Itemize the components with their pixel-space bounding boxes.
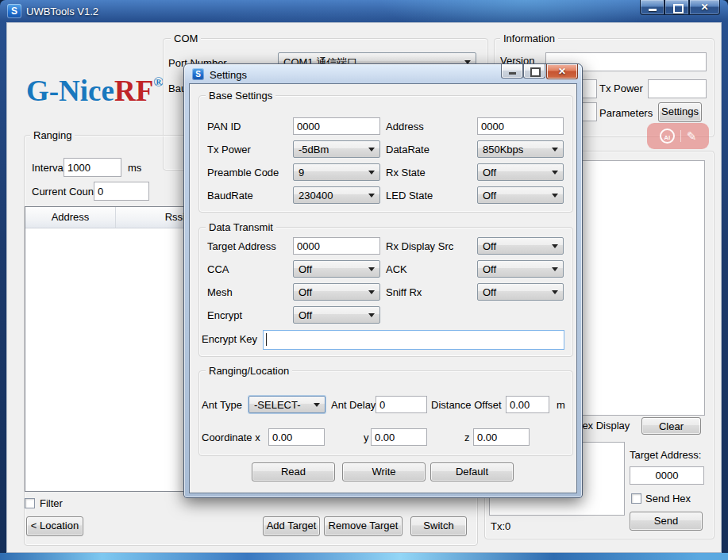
ant-type-select[interactable]: -SELECT-	[248, 396, 325, 413]
data-transmit-title: Data Transmit	[206, 221, 276, 233]
dialog-close-icon: ✕	[547, 64, 577, 79]
minimize-button[interactable]	[640, 0, 664, 15]
coordinate-y-field[interactable]	[371, 428, 427, 446]
read-button[interactable]: Read	[252, 462, 335, 481]
led-state-select[interactable]: Off	[477, 186, 564, 204]
rx-state-label: Rx State	[386, 167, 426, 178]
rx-state-value: Off	[483, 167, 496, 178]
dlg-target-address-field[interactable]	[293, 237, 380, 255]
preamble-code-label: Preamble Code	[207, 167, 279, 178]
maximize-button[interactable]	[664, 0, 689, 15]
cca-label: CCA	[207, 263, 229, 275]
encrypt-value: Off	[299, 309, 312, 321]
mesh-select[interactable]: Off	[293, 283, 380, 301]
location-button[interactable]: < Location	[26, 516, 83, 536]
write-button[interactable]: Write	[342, 462, 426, 481]
coordinate-z-label: z	[464, 432, 470, 443]
address-label: Address	[386, 121, 424, 132]
ranging-group-title: Ranging	[30, 129, 75, 141]
information-group-title: Information	[500, 33, 558, 44]
logo-blue-text: G-Nice	[26, 75, 114, 107]
dialog-minimize-icon	[509, 72, 516, 75]
window-title: UWBTools V1.2	[26, 6, 98, 17]
coordinate-y-label: y	[364, 432, 369, 443]
sniff-rx-select[interactable]: Off	[477, 283, 564, 301]
address-field[interactable]	[477, 117, 564, 135]
send-button[interactable]: Send	[630, 512, 703, 531]
ant-type-value: -SELECT-	[254, 399, 301, 411]
baudrate-select[interactable]: 230400	[293, 186, 380, 204]
text-caret	[266, 333, 267, 346]
dlg-target-address-label: Target Address	[207, 240, 276, 252]
ai-icon: AI	[660, 128, 675, 144]
rx-display-src-select[interactable]: Off	[477, 237, 564, 255]
target-address-label: Target Address:	[630, 449, 701, 461]
send-hex-checkbox[interactable]	[631, 493, 641, 504]
chevron-down-icon	[368, 148, 375, 152]
dlg-baudrate-label: BaudRate	[207, 190, 253, 201]
tx-counter-label: Tx:0	[491, 520, 510, 532]
chevron-down-icon	[552, 267, 558, 271]
interval-field[interactable]	[64, 158, 121, 177]
minimize-icon	[649, 9, 657, 11]
coordinate-z-field[interactable]	[473, 428, 530, 446]
dlg-tx-power-label: Tx Power	[207, 144, 251, 155]
distance-offset-label: Distance Offset	[431, 399, 502, 411]
mesh-value: Off	[299, 286, 312, 298]
main-window: S UWBTools V1.2 ✕ G-NiceRF® COM Port Num…	[0, 0, 728, 560]
dialog-minimize-button[interactable]	[501, 64, 523, 79]
current-count-label: Current Count	[32, 186, 97, 198]
ack-select[interactable]: Off	[477, 260, 564, 278]
window-bottom-border	[0, 553, 728, 560]
filter-label: Filter	[40, 497, 63, 509]
pencil-icon: ✎	[687, 129, 697, 144]
pan-id-field[interactable]	[293, 117, 380, 135]
chevron-down-icon	[368, 290, 375, 294]
default-button[interactable]: Default	[430, 462, 514, 481]
datarate-label: DataRate	[386, 144, 429, 155]
datarate-select[interactable]: 850Kbps	[477, 140, 564, 158]
switch-button[interactable]: Switch	[410, 516, 467, 536]
rx-state-select[interactable]: Off	[477, 163, 564, 181]
base-settings-title: Base Settings	[206, 90, 275, 102]
badge-divider	[680, 130, 681, 142]
encrypt-key-field[interactable]	[263, 330, 564, 350]
preamble-code-select[interactable]: 9	[293, 163, 380, 181]
dialog-close-button[interactable]: ✕	[546, 64, 578, 79]
chevron-down-icon	[368, 171, 375, 175]
app-icon: S	[7, 4, 21, 18]
target-address-field[interactable]	[630, 466, 704, 485]
add-target-button[interactable]: Add Target	[263, 516, 320, 536]
chevron-down-icon	[552, 171, 558, 175]
mesh-label: Mesh	[207, 286, 233, 298]
main-titlebar: S UWBTools V1.2 ✕	[0, 0, 728, 22]
ai-watermark-badge: AI ✎	[647, 123, 709, 149]
interval-unit-label: ms	[128, 162, 141, 174]
chevron-down-icon	[368, 267, 375, 271]
ack-label: ACK	[386, 263, 407, 275]
cca-select[interactable]: Off	[293, 260, 380, 278]
rx-display-src-label: Rx Display Src	[386, 240, 453, 252]
distance-offset-field[interactable]	[506, 396, 549, 413]
send-hex-label: Send Hex	[645, 493, 691, 504]
remove-target-button[interactable]: Remove Target	[324, 516, 403, 536]
table-header-address[interactable]: Address	[25, 207, 116, 228]
coordinate-x-field[interactable]	[268, 428, 325, 446]
dialog-maximize-button[interactable]	[523, 64, 545, 79]
tx-power-select[interactable]: -5dBm	[293, 140, 380, 158]
preamble-code-value: 9	[299, 167, 304, 178]
encrypt-select[interactable]: Off	[293, 306, 380, 324]
current-count-field[interactable]	[94, 182, 149, 201]
datarate-value: 850Kbps	[483, 144, 523, 155]
filter-checkbox[interactable]	[25, 498, 35, 508]
parameters-label: Parameters	[599, 107, 653, 119]
tx-power-field[interactable]	[648, 79, 707, 98]
chevron-down-icon	[552, 244, 558, 248]
close-button[interactable]: ✕	[689, 0, 720, 15]
encrypt-label: Encrypt	[207, 309, 242, 321]
clear-button[interactable]: Clear	[641, 417, 701, 435]
dialog-app-icon: S	[192, 68, 204, 80]
ant-delay-field[interactable]	[376, 396, 427, 413]
settings-button[interactable]: Settings	[658, 102, 702, 122]
chevron-down-icon	[368, 194, 375, 198]
